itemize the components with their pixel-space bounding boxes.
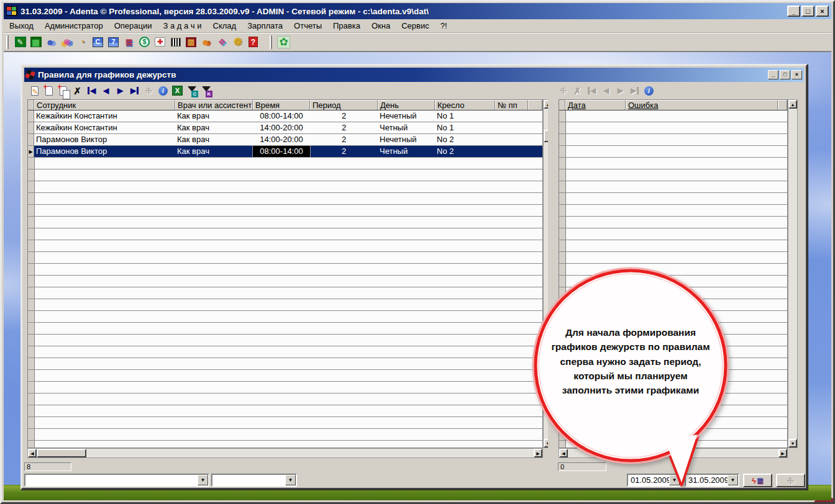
col-header-date[interactable]: Дата: [565, 100, 626, 110]
footer-combo-2[interactable]: ▼: [211, 474, 297, 487]
errors-vscrollbar[interactable]: ▲ ▼: [788, 99, 798, 448]
errors-nav-next-button: ▶: [613, 84, 627, 98]
cash-register-button[interactable]: ▦: [183, 34, 199, 50]
close-button[interactable]: ×: [816, 6, 829, 17]
col-header-day[interactable]: День: [378, 100, 435, 110]
table-row[interactable]: Кежайкин Константин Как врач 14:00-20:00…: [28, 122, 542, 134]
child-minimize-button[interactable]: _: [768, 70, 778, 79]
patients-button[interactable]: ☻: [43, 34, 59, 50]
nav-last-button[interactable]: ▶: [127, 84, 142, 98]
help-book-button[interactable]: ?: [245, 34, 261, 50]
info-icon: i: [158, 86, 168, 96]
rules-grid[interactable]: Сотрудник Врач или ассистент Время Перио…: [27, 99, 543, 448]
rules-grid-header: Сотрудник Врач или ассистент Время Перио…: [28, 100, 542, 110]
menu-service[interactable]: Сервис: [396, 20, 435, 32]
col-header-role[interactable]: Врач или ассистент: [175, 100, 253, 110]
clover-button[interactable]: ✿: [276, 34, 291, 50]
duty-rules-button[interactable]: ≣: [121, 34, 137, 50]
col-header-employee[interactable]: Сотрудник: [34, 100, 175, 110]
info-button[interactable]: i: [156, 84, 170, 98]
barcode-button[interactable]: [168, 34, 183, 50]
scroll-up-button[interactable]: ▲: [788, 100, 797, 109]
excel-export-button[interactable]: X: [170, 84, 185, 98]
scroll-thumb[interactable]: [37, 449, 86, 457]
col-header-period[interactable]: Период: [310, 100, 378, 110]
nav-first-button[interactable]: ◀: [84, 84, 99, 98]
nav-prev-button[interactable]: ◀: [99, 84, 113, 98]
callout-text: Для начала формирования графиков дежурст…: [551, 325, 710, 397]
child-maximize-button[interactable]: □: [780, 70, 790, 79]
scroll-right-button[interactable]: ▶: [778, 449, 787, 457]
edit-card-icon: ✎: [15, 37, 26, 47]
menu-administrator[interactable]: Администратор: [39, 20, 109, 32]
nav-prev-icon: ◀: [103, 87, 109, 94]
dog-icon: ❉: [560, 86, 567, 95]
payments-button[interactable]: $: [137, 34, 152, 50]
maximize-button[interactable]: □: [801, 6, 814, 17]
errors-toolbar: ❉ ✗ ◀ ◀ ▶ ▶ i: [556, 82, 656, 99]
edit-record-button[interactable]: ✎: [27, 84, 42, 98]
staff-button[interactable]: ☻: [199, 34, 214, 50]
col-header-time[interactable]: Время: [253, 100, 310, 110]
scrollbar-track[interactable]: [86, 449, 534, 457]
excel-icon: X: [172, 86, 183, 96]
menu-help[interactable]: ?!: [435, 20, 453, 32]
menu-tasks[interactable]: З а д а ч и: [158, 20, 208, 32]
menu-edit[interactable]: Правка: [327, 20, 366, 32]
insert-record-button[interactable]: [42, 84, 56, 98]
calendar-c-button[interactable]: C: [90, 34, 106, 50]
toolbar-grip: [270, 35, 272, 49]
table-row[interactable]: Кежайкин Константин Как врач 08:00-14:00…: [28, 110, 542, 122]
app-title: 31.03.2009 - Adenta © Professional, верс…: [21, 7, 787, 16]
rules-record-count: 8: [24, 462, 71, 471]
rules-hscrollbar[interactable]: ◀ ▶: [27, 448, 543, 458]
copy-record-button[interactable]: [56, 84, 70, 98]
generate-disabled-button: ❉: [142, 84, 156, 98]
table-row[interactable]: Парамонов Виктор Как врач 14:00-20:00 2 …: [28, 134, 542, 146]
calendar-c-icon: C: [93, 37, 103, 47]
edit-card-button[interactable]: ✎: [12, 34, 28, 50]
app-window-icon: [6, 6, 17, 16]
calendar-7-button[interactable]: 7: [106, 34, 121, 50]
menu-reports[interactable]: Отчеты: [288, 20, 327, 32]
scroll-down-button[interactable]: ▼: [788, 439, 797, 448]
palette-icon: ❖: [218, 37, 226, 47]
chevron-down-icon[interactable]: ▼: [198, 475, 208, 485]
time-edit-cell[interactable]: 08:00-14:00: [253, 146, 310, 157]
col-header-chair[interactable]: Кресло: [435, 100, 495, 110]
minimize-button[interactable]: _: [787, 6, 800, 17]
schedule-clock-button[interactable]: ◔: [75, 34, 90, 50]
menu-operations[interactable]: Операции: [109, 20, 158, 32]
generate-schedules-button[interactable]: ϟ≣: [743, 474, 772, 487]
gear-icon: ❁: [233, 37, 242, 47]
filter-c-button[interactable]: C: [185, 84, 199, 98]
menu-warehouse[interactable]: Склад: [208, 20, 242, 32]
col-header-order[interactable]: № пп: [495, 100, 528, 110]
footer-combo-1[interactable]: ▼: [24, 474, 209, 487]
firstaid-button[interactable]: ✚: [152, 34, 168, 50]
app-titlebar[interactable]: 31.03.2009 - Adenta © Professional, верс…: [4, 3, 831, 19]
green-grid-button[interactable]: ▦: [28, 34, 43, 50]
rules-window-titlebar[interactable]: Правила для графиков дежурств _ □ ×: [24, 68, 804, 82]
insert-record-icon: [45, 86, 53, 96]
table-row-selected[interactable]: ▶ Парамонов Виктор Как врач 08:00-14:00 …: [28, 146, 542, 158]
palette-button[interactable]: ❖: [214, 34, 230, 50]
nav-next-button[interactable]: ▶: [113, 84, 127, 98]
col-header-error[interactable]: Ошибка: [626, 100, 778, 110]
chevron-down-icon[interactable]: ▼: [285, 475, 296, 485]
menu-exit[interactable]: Выход: [4, 20, 39, 32]
errors-info-button[interactable]: i: [642, 84, 656, 98]
generate-icon: ❉: [145, 86, 153, 95]
nav-first-icon: ◀: [88, 87, 96, 94]
edit-record-icon: ✎: [31, 86, 39, 96]
main-toolbar: ✎ ▦ ☻ ❋ ◔ C 7 ≣ $ ✚ ▦ ☻ ❖ ❁ ? ✿: [4, 33, 831, 52]
scroll-left-button[interactable]: ◀: [28, 449, 37, 457]
fill-schedules-button: ❉: [776, 474, 805, 487]
menu-salary[interactable]: Зарплата: [242, 20, 288, 32]
menu-windows[interactable]: Окна: [366, 20, 396, 32]
holidays-button[interactable]: ❋: [59, 34, 75, 50]
delete-record-button[interactable]: ✗: [70, 84, 84, 98]
settings-gear-button[interactable]: ❁: [230, 34, 245, 50]
filter-k-button[interactable]: K: [199, 84, 213, 98]
child-close-button[interactable]: ×: [792, 70, 802, 79]
